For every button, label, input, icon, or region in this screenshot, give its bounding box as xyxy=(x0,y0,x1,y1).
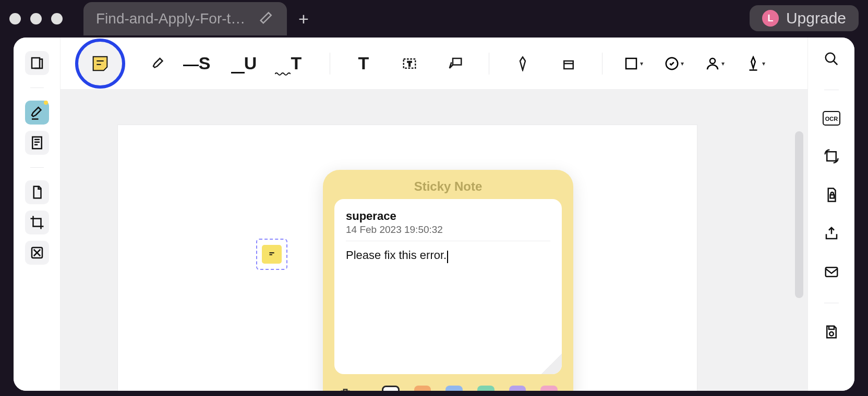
rename-tab-icon[interactable] xyxy=(259,9,274,28)
squiggly-tool[interactable]: T xyxy=(284,51,309,76)
sticky-note-marker[interactable] xyxy=(256,239,287,270)
tab-title: Find-and-Apply-For-the-Be xyxy=(96,10,250,27)
svg-text:OCR: OCR xyxy=(825,116,838,122)
minimize-window-icon[interactable] xyxy=(30,13,42,24)
sticky-note-toolbar xyxy=(334,381,562,391)
sticky-note-text: Please fix this error. xyxy=(346,249,447,262)
eraser-tool[interactable] xyxy=(556,51,581,76)
annotation-toolbar: S U T T T ▾ ▾ xyxy=(61,38,807,90)
sticky-note-timestamp: 14 Feb 2023 19:50:32 xyxy=(346,224,550,236)
pages-panel[interactable] xyxy=(25,180,49,204)
sticky-note-author: superace xyxy=(346,209,550,223)
sticky-note-title: Sticky Note xyxy=(334,179,562,194)
upgrade-label: Upgrade xyxy=(786,9,846,27)
svg-point-6 xyxy=(710,58,715,64)
strikethrough-tool[interactable]: S xyxy=(192,51,217,76)
zoom-window-icon[interactable] xyxy=(51,13,63,24)
color-swatch-orange[interactable] xyxy=(414,386,431,391)
callout-tool[interactable] xyxy=(443,51,468,76)
lock-tool[interactable] xyxy=(824,187,839,205)
textbox-tool[interactable]: T xyxy=(397,51,422,76)
notes-panel[interactable] xyxy=(25,131,49,155)
export-tool[interactable] xyxy=(824,226,839,243)
redact-panel[interactable] xyxy=(25,241,49,265)
svg-point-7 xyxy=(825,53,835,63)
sticky-note-textarea[interactable]: Please fix this error. xyxy=(346,249,550,263)
color-swatch-purple[interactable] xyxy=(509,386,526,391)
chevron-down-icon: ▾ xyxy=(721,60,725,67)
chevron-down-icon: ▾ xyxy=(762,60,765,67)
vertical-scrollbar[interactable] xyxy=(795,131,803,298)
close-window-icon[interactable] xyxy=(9,13,21,24)
color-swatch-blue[interactable] xyxy=(445,386,463,391)
svg-rect-12 xyxy=(825,267,837,277)
upgrade-button[interactable]: L Upgrade xyxy=(750,5,859,31)
rotate-tool[interactable] xyxy=(824,148,839,166)
svg-rect-10 xyxy=(827,152,836,161)
signature-tool[interactable]: ▾ xyxy=(745,56,765,71)
chevron-down-icon: ▾ xyxy=(640,60,643,67)
delete-note-button[interactable] xyxy=(339,386,353,391)
ocr-tool[interactable]: OCR xyxy=(823,111,840,128)
document-page[interactable]: Sticky Note superace 14 Feb 2023 19:50:3… xyxy=(118,125,697,391)
svg-rect-11 xyxy=(830,195,834,198)
sticky-note-body[interactable]: superace 14 Feb 2023 19:50:32 Please fix… xyxy=(334,199,562,374)
save-tool[interactable] xyxy=(824,324,839,342)
user-tool[interactable]: ▾ xyxy=(705,56,725,71)
color-swatch-pink[interactable] xyxy=(540,386,558,391)
search-tool[interactable] xyxy=(824,51,839,69)
stamp-tool[interactable]: ▾ xyxy=(664,56,684,71)
tab-strip: Find-and-Apply-For-the-Be + xyxy=(83,2,320,35)
right-rail: OCR xyxy=(807,38,854,391)
color-swatch-white[interactable] xyxy=(382,386,399,391)
bookmarks-panel[interactable] xyxy=(25,51,49,75)
app-main: S U T T T ▾ ▾ xyxy=(14,38,854,391)
new-tab-button[interactable]: + xyxy=(287,2,320,35)
typewriter-tool[interactable]: T xyxy=(351,51,376,76)
page-curl-icon xyxy=(541,353,562,374)
underline-tool[interactable]: U xyxy=(238,51,263,76)
document-canvas[interactable]: Sticky Note superace 14 Feb 2023 19:50:3… xyxy=(61,90,807,391)
crop-panel[interactable] xyxy=(25,211,49,234)
document-tab[interactable]: Find-and-Apply-For-the-Be xyxy=(83,2,287,35)
user-avatar: L xyxy=(762,10,779,27)
titlebar: Find-and-Apply-For-the-Be + L Upgrade xyxy=(0,0,868,38)
svg-text:T: T xyxy=(407,60,412,68)
sticky-note-tool[interactable] xyxy=(75,39,125,89)
pencil-tool[interactable] xyxy=(510,51,535,76)
center-column: S U T T T ▾ ▾ xyxy=(61,38,807,391)
svg-rect-4 xyxy=(626,58,636,69)
window-controls xyxy=(9,13,63,24)
highlighter-dot-icon xyxy=(44,101,48,105)
svg-rect-3 xyxy=(453,58,461,65)
highlighter-tool[interactable] xyxy=(146,51,171,76)
svg-point-13 xyxy=(829,332,834,336)
shape-tool[interactable]: ▾ xyxy=(623,56,643,71)
color-swatch-green[interactable] xyxy=(477,386,495,391)
chevron-down-icon: ▾ xyxy=(681,60,684,67)
sticky-note-popup: Sticky Note superace 14 Feb 2023 19:50:3… xyxy=(323,170,573,391)
mail-tool[interactable] xyxy=(824,264,839,282)
left-rail xyxy=(14,38,61,391)
text-cursor-icon xyxy=(447,251,448,263)
sticky-note-icon xyxy=(262,245,282,264)
